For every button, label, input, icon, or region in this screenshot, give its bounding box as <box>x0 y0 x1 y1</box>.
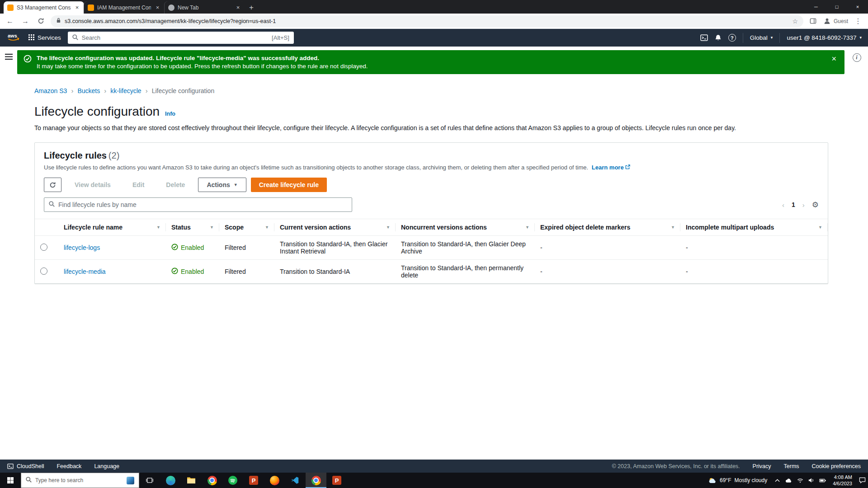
battery-icon[interactable] <box>817 473 828 488</box>
column-caret-icon: ▼ <box>671 225 675 230</box>
reload-button[interactable] <box>35 16 46 27</box>
browser-tab-iam-console[interactable]: IAM Management Console × <box>84 1 165 14</box>
forward-button[interactable]: → <box>20 16 31 27</box>
volume-icon[interactable] <box>806 473 817 488</box>
window-close-button[interactable]: × <box>847 0 868 14</box>
language-link[interactable]: Language <box>94 463 119 469</box>
column-header-scope[interactable]: Scope▼ <box>219 219 274 236</box>
powerpoint-icon[interactable]: P <box>243 473 264 488</box>
tab-close-icon[interactable]: × <box>235 4 241 11</box>
expired-markers-cell: - <box>535 236 680 260</box>
services-menu-button[interactable]: Services <box>28 34 61 42</box>
breadcrumb-separator-icon: › <box>146 87 148 94</box>
next-page-icon[interactable]: › <box>802 201 805 209</box>
filter-input[interactable] <box>58 201 347 208</box>
action-center-icon[interactable] <box>857 473 868 488</box>
column-header-status[interactable]: Status▼ <box>166 219 219 236</box>
region-selector[interactable]: Global ▾ <box>750 34 773 41</box>
new-tab-button[interactable]: + <box>245 1 258 14</box>
chrome-active-icon[interactable] <box>306 473 326 488</box>
column-header-noncurrent-actions[interactable]: Noncurrent versions actions▼ <box>396 219 535 236</box>
terms-link[interactable]: Terms <box>784 463 799 469</box>
window-maximize-button[interactable]: □ <box>826 0 847 14</box>
column-header-expired-markers[interactable]: Expired object delete markers▼ <box>535 219 680 236</box>
vscode-icon[interactable] <box>285 473 306 488</box>
info-link[interactable]: Info <box>165 111 175 117</box>
weather-widget[interactable]: 69°F Mostly cloudy <box>704 473 772 488</box>
page-number[interactable]: 1 <box>792 201 795 208</box>
create-lifecycle-rule-button[interactable]: Create lifecycle rule <box>251 178 327 192</box>
previous-page-icon[interactable]: ‹ <box>782 201 784 209</box>
cloudshell-icon[interactable] <box>700 34 708 42</box>
task-view-icon[interactable] <box>139 473 160 488</box>
row-radio-button[interactable] <box>40 244 47 251</box>
onedrive-cloud-icon[interactable] <box>783 473 794 488</box>
tab-title: New Tab <box>178 5 231 11</box>
current-actions-cell: Transition to Standard-IA <box>274 260 396 284</box>
side-panel-icon[interactable] <box>808 16 819 27</box>
rule-name-link[interactable]: lifecycle-logs <box>64 244 100 251</box>
column-header-rule-name[interactable]: Lifecycle rule name▼ <box>58 219 166 236</box>
account-menu[interactable]: user1 @ 8418-6092-7337 ▾ <box>787 34 862 41</box>
privacy-link[interactable]: Privacy <box>753 463 771 469</box>
breadcrumb-bucket-name[interactable]: kk-lifecycle <box>110 87 141 94</box>
search-shortcut-label: [Alt+S] <box>272 34 289 41</box>
learn-more-link[interactable]: Learn more <box>592 164 624 171</box>
tab-close-icon[interactable]: × <box>154 4 161 11</box>
tab-title: S3 Management Console <box>17 5 71 11</box>
browser-tab-new-tab[interactable]: New Tab × <box>165 1 245 14</box>
browser-profile-chip[interactable]: Guest <box>823 17 848 25</box>
help-panel-info-icon[interactable]: i <box>853 53 861 62</box>
actions-dropdown-button[interactable]: Actions ▼ <box>198 178 246 192</box>
clock-time: 4:08 AM <box>833 474 852 480</box>
notifications-bell-icon[interactable] <box>715 34 722 42</box>
cloudshell-link[interactable]: CloudShell <box>7 463 44 469</box>
caret-down-icon: ▼ <box>234 183 238 187</box>
chrome-icon[interactable] <box>202 473 222 488</box>
lifecycle-rules-table: Lifecycle rule name▼ Status▼ Scope▼ Curr… <box>35 219 828 283</box>
tab-close-icon[interactable]: × <box>74 4 80 11</box>
filter-field[interactable] <box>44 197 352 212</box>
taskbar-clock[interactable]: 4:08 AM 4/6/2023 <box>828 474 857 487</box>
powerpoint-icon[interactable]: P <box>326 473 347 488</box>
aws-search-bar[interactable]: [Alt+S] <box>68 32 294 44</box>
view-details-button[interactable]: View details <box>66 178 119 192</box>
help-icon[interactable]: ? <box>728 34 736 42</box>
cookie-preferences-link[interactable]: Cookie preferences <box>812 463 861 469</box>
feedback-link[interactable]: Feedback <box>57 463 81 469</box>
row-radio-button[interactable] <box>40 267 47 275</box>
bookmark-star-icon[interactable]: ☆ <box>792 18 798 25</box>
side-nav-toggle-hamburger-icon[interactable] <box>5 53 13 61</box>
column-caret-icon: ▼ <box>156 225 160 230</box>
taskbar-search-box[interactable] <box>21 473 139 488</box>
column-header-current-actions[interactable]: Current version actions▼ <box>274 219 396 236</box>
column-header-incomplete-uploads[interactable]: Incomplete multipart uploads▼ <box>680 219 828 236</box>
breadcrumb-separator-icon: › <box>71 87 73 94</box>
banner-line2: It may take some time for the configurat… <box>37 63 368 70</box>
rule-name-link[interactable]: lifecycle-media <box>64 268 106 275</box>
spotify-icon[interactable] <box>222 473 243 488</box>
taskbar-search-input[interactable] <box>35 477 123 483</box>
search-highlights-icon[interactable] <box>127 477 134 484</box>
hidden-icons-chevron-icon[interactable] <box>772 473 783 488</box>
browser-tab-s3-console[interactable]: S3 Management Console × <box>4 1 84 14</box>
preferences-gear-icon[interactable]: ⚙ <box>812 200 819 210</box>
back-button[interactable]: ← <box>5 16 15 27</box>
browser-menu-icon[interactable]: ⋮ <box>853 16 863 27</box>
breadcrumb-amazon-s3[interactable]: Amazon S3 <box>34 87 67 94</box>
aws-logo[interactable]: aws <box>6 32 22 43</box>
start-button[interactable] <box>0 473 21 488</box>
delete-button[interactable]: Delete <box>157 178 193 192</box>
window-minimize-button[interactable]: ─ <box>806 0 826 14</box>
table-row: lifecycle-media Enabled Fil <box>35 260 828 284</box>
firefox-icon[interactable] <box>264 473 285 488</box>
banner-close-icon[interactable]: × <box>830 55 838 63</box>
edit-button[interactable]: Edit <box>124 178 153 192</box>
aws-search-input[interactable] <box>82 34 268 41</box>
edge-icon[interactable] <box>160 473 181 488</box>
breadcrumb-buckets[interactable]: Buckets <box>77 87 100 94</box>
network-wifi-icon[interactable] <box>794 473 806 488</box>
address-bar[interactable]: s3.console.aws.amazon.com/s3/management/… <box>51 15 803 27</box>
file-explorer-icon[interactable] <box>181 473 202 488</box>
refresh-button[interactable] <box>44 178 61 192</box>
